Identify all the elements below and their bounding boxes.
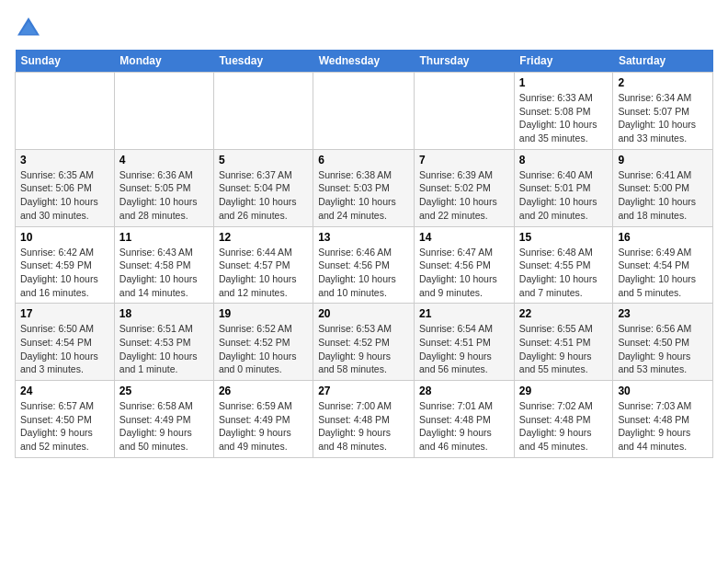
day-number: 24 [20, 385, 109, 397]
calendar-cell: 11Sunrise: 6:43 AM Sunset: 4:58 PM Dayli… [114, 226, 213, 304]
calendar-cell: 13Sunrise: 6:46 AM Sunset: 4:56 PM Dayli… [313, 226, 415, 304]
day-info: Sunrise: 7:00 AM Sunset: 4:48 PM Dayligh… [318, 399, 409, 454]
day-info: Sunrise: 6:57 AM Sunset: 4:50 PM Dayligh… [20, 399, 109, 454]
day-info: Sunrise: 6:39 AM Sunset: 5:02 PM Dayligh… [419, 168, 509, 223]
calendar-cell: 20Sunrise: 6:53 AM Sunset: 4:52 PM Dayli… [313, 304, 415, 381]
day-info: Sunrise: 6:59 AM Sunset: 4:49 PM Dayligh… [219, 399, 308, 454]
weekday-header: Friday [514, 50, 613, 73]
day-info: Sunrise: 6:54 AM Sunset: 4:51 PM Dayligh… [419, 322, 509, 376]
day-number: 14 [419, 231, 509, 244]
day-number: 30 [618, 385, 708, 397]
day-number: 10 [20, 231, 109, 244]
calendar-cell: 25Sunrise: 6:58 AM Sunset: 4:49 PM Dayli… [114, 381, 213, 458]
calendar-week-row: 1Sunrise: 6:33 AM Sunset: 5:08 PM Daylig… [16, 73, 713, 150]
day-info: Sunrise: 6:43 AM Sunset: 4:58 PM Dayligh… [119, 246, 209, 300]
calendar-cell: 12Sunrise: 6:44 AM Sunset: 4:57 PM Dayli… [213, 226, 313, 304]
day-info: Sunrise: 6:51 AM Sunset: 4:53 PM Dayligh… [119, 322, 209, 376]
calendar-cell [415, 73, 515, 150]
day-number: 15 [519, 231, 609, 244]
logo-icon [15, 15, 42, 42]
day-number: 9 [618, 154, 708, 167]
calendar-cell: 30Sunrise: 7:03 AM Sunset: 4:48 PM Dayli… [613, 381, 713, 458]
day-number: 6 [318, 154, 409, 167]
calendar-week-row: 3Sunrise: 6:35 AM Sunset: 5:06 PM Daylig… [16, 149, 713, 226]
day-info: Sunrise: 6:37 AM Sunset: 5:04 PM Dayligh… [219, 168, 308, 223]
day-number: 5 [219, 154, 308, 167]
day-info: Sunrise: 7:02 AM Sunset: 4:48 PM Dayligh… [519, 399, 609, 454]
calendar-cell: 3Sunrise: 6:35 AM Sunset: 5:06 PM Daylig… [16, 149, 115, 226]
calendar-cell: 18Sunrise: 6:51 AM Sunset: 4:53 PM Dayli… [114, 304, 213, 381]
calendar-cell: 29Sunrise: 7:02 AM Sunset: 4:48 PM Dayli… [514, 381, 613, 458]
calendar-cell [313, 73, 415, 150]
day-number: 2 [618, 76, 708, 89]
day-number: 27 [318, 385, 409, 397]
weekday-header: Tuesday [213, 50, 313, 73]
page-header [15, 15, 713, 42]
calendar-cell: 17Sunrise: 6:50 AM Sunset: 4:54 PM Dayli… [16, 304, 115, 381]
day-info: Sunrise: 6:50 AM Sunset: 4:54 PM Dayligh… [20, 322, 109, 376]
calendar-cell: 8Sunrise: 6:40 AM Sunset: 5:01 PM Daylig… [514, 149, 613, 226]
day-info: Sunrise: 6:35 AM Sunset: 5:06 PM Dayligh… [20, 168, 109, 223]
calendar-cell: 4Sunrise: 6:36 AM Sunset: 5:05 PM Daylig… [114, 149, 213, 226]
weekday-header-row: SundayMondayTuesdayWednesdayThursdayFrid… [16, 50, 713, 73]
calendar-cell: 27Sunrise: 7:00 AM Sunset: 4:48 PM Dayli… [313, 381, 415, 458]
day-number: 19 [219, 307, 308, 320]
calendar-table: SundayMondayTuesdayWednesdayThursdayFrid… [15, 50, 713, 458]
weekday-header: Thursday [415, 50, 515, 73]
day-number: 13 [318, 231, 409, 244]
calendar-cell: 26Sunrise: 6:59 AM Sunset: 4:49 PM Dayli… [213, 381, 313, 458]
day-info: Sunrise: 6:56 AM Sunset: 4:50 PM Dayligh… [618, 322, 708, 376]
day-info: Sunrise: 7:01 AM Sunset: 4:48 PM Dayligh… [419, 399, 509, 454]
logo [15, 15, 46, 42]
day-info: Sunrise: 6:48 AM Sunset: 4:55 PM Dayligh… [519, 246, 609, 300]
calendar-cell: 2Sunrise: 6:34 AM Sunset: 5:07 PM Daylig… [613, 73, 713, 150]
day-number: 1 [519, 76, 609, 89]
calendar-cell: 22Sunrise: 6:55 AM Sunset: 4:51 PM Dayli… [514, 304, 613, 381]
day-number: 7 [419, 154, 509, 167]
calendar-cell: 23Sunrise: 6:56 AM Sunset: 4:50 PM Dayli… [613, 304, 713, 381]
calendar-cell: 5Sunrise: 6:37 AM Sunset: 5:04 PM Daylig… [213, 149, 313, 226]
day-info: Sunrise: 6:42 AM Sunset: 4:59 PM Dayligh… [20, 246, 109, 300]
day-number: 23 [618, 307, 708, 320]
day-number: 22 [519, 307, 609, 320]
day-info: Sunrise: 6:41 AM Sunset: 5:00 PM Dayligh… [618, 168, 708, 223]
day-info: Sunrise: 6:55 AM Sunset: 4:51 PM Dayligh… [519, 322, 609, 376]
day-info: Sunrise: 7:03 AM Sunset: 4:48 PM Dayligh… [618, 399, 708, 454]
day-info: Sunrise: 6:44 AM Sunset: 4:57 PM Dayligh… [219, 246, 308, 300]
calendar-cell: 15Sunrise: 6:48 AM Sunset: 4:55 PM Dayli… [514, 226, 613, 304]
calendar-week-row: 17Sunrise: 6:50 AM Sunset: 4:54 PM Dayli… [16, 304, 713, 381]
day-info: Sunrise: 6:38 AM Sunset: 5:03 PM Dayligh… [318, 168, 409, 223]
calendar-cell: 16Sunrise: 6:49 AM Sunset: 4:54 PM Dayli… [613, 226, 713, 304]
calendar-cell [213, 73, 313, 150]
day-number: 12 [219, 231, 308, 244]
day-number: 20 [318, 307, 409, 320]
calendar-cell: 24Sunrise: 6:57 AM Sunset: 4:50 PM Dayli… [16, 381, 115, 458]
calendar-cell [16, 73, 115, 150]
calendar-cell: 1Sunrise: 6:33 AM Sunset: 5:08 PM Daylig… [514, 73, 613, 150]
day-number: 29 [519, 385, 609, 397]
weekday-header: Wednesday [313, 50, 415, 73]
calendar-cell: 6Sunrise: 6:38 AM Sunset: 5:03 PM Daylig… [313, 149, 415, 226]
calendar-cell: 14Sunrise: 6:47 AM Sunset: 4:56 PM Dayli… [415, 226, 515, 304]
weekday-header: Sunday [16, 50, 115, 73]
weekday-header: Saturday [613, 50, 713, 73]
calendar-cell [114, 73, 213, 150]
day-info: Sunrise: 6:49 AM Sunset: 4:54 PM Dayligh… [618, 246, 708, 300]
calendar-cell: 7Sunrise: 6:39 AM Sunset: 5:02 PM Daylig… [415, 149, 515, 226]
day-number: 21 [419, 307, 509, 320]
day-number: 28 [419, 385, 509, 397]
weekday-header: Monday [114, 50, 213, 73]
day-number: 8 [519, 154, 609, 167]
day-info: Sunrise: 6:34 AM Sunset: 5:07 PM Dayligh… [618, 91, 708, 145]
day-number: 16 [618, 231, 708, 244]
day-number: 17 [20, 307, 109, 320]
day-number: 18 [119, 307, 209, 320]
calendar-cell: 9Sunrise: 6:41 AM Sunset: 5:00 PM Daylig… [613, 149, 713, 226]
day-number: 11 [119, 231, 209, 244]
day-info: Sunrise: 6:52 AM Sunset: 4:52 PM Dayligh… [219, 322, 308, 376]
calendar-cell: 28Sunrise: 7:01 AM Sunset: 4:48 PM Dayli… [415, 381, 515, 458]
day-info: Sunrise: 6:47 AM Sunset: 4:56 PM Dayligh… [419, 246, 509, 300]
day-info: Sunrise: 6:36 AM Sunset: 5:05 PM Dayligh… [119, 168, 209, 223]
calendar-cell: 19Sunrise: 6:52 AM Sunset: 4:52 PM Dayli… [213, 304, 313, 381]
calendar-week-row: 24Sunrise: 6:57 AM Sunset: 4:50 PM Dayli… [16, 381, 713, 458]
